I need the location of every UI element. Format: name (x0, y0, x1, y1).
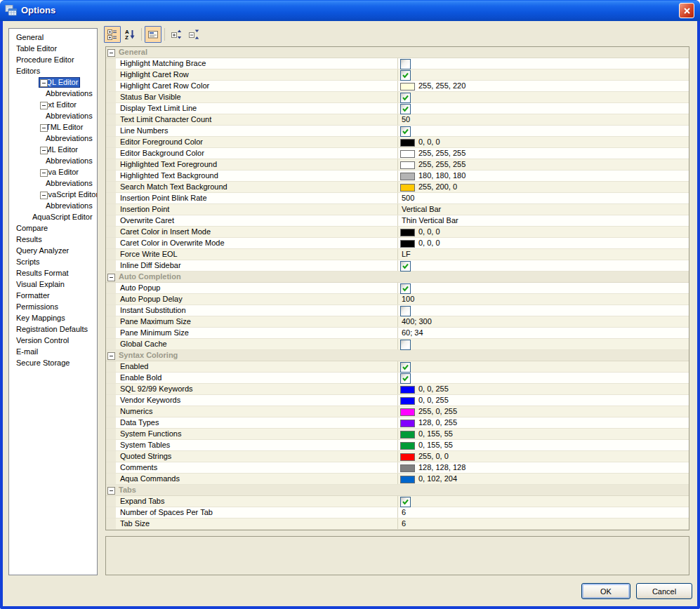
checkbox-unchecked[interactable] (400, 306, 411, 316)
color-swatch[interactable] (400, 173, 415, 180)
sidebar-item-visual-explain[interactable]: Visual Explain (9, 279, 97, 290)
sidebar-item-abbreviations[interactable]: Abbreviations (9, 200, 97, 211)
property-value[interactable]: 0, 155, 55 (397, 440, 689, 450)
property-value[interactable]: 255, 0, 0 (397, 451, 689, 462)
sidebar-item-editors[interactable]: Editors (9, 65, 97, 76)
expand-all-button[interactable] (168, 26, 185, 43)
property-value[interactable]: 255, 255, 255 (397, 159, 689, 170)
checkbox-checked[interactable] (400, 362, 411, 373)
sidebar-item-query-analyzer[interactable]: Query Analyzer (9, 245, 97, 256)
property-value[interactable]: 255, 255, 220 (397, 81, 689, 91)
property-value[interactable]: 0, 102, 204 (397, 474, 689, 484)
checkbox-unchecked[interactable] (400, 59, 411, 69)
section-header-syntax-coloring[interactable]: Syntax Coloring (106, 350, 689, 361)
sidebar-item-procedure-editor[interactable]: Procedure Editor (9, 54, 97, 65)
sidebar-item-table-editor[interactable]: Table Editor (9, 43, 97, 54)
property-value[interactable]: 6 (397, 507, 689, 518)
checkbox-checked[interactable] (400, 283, 411, 294)
color-swatch[interactable] (400, 397, 415, 405)
property-value[interactable] (397, 126, 689, 136)
color-swatch[interactable] (400, 442, 415, 450)
color-swatch[interactable] (400, 464, 415, 472)
collapse-all-button[interactable] (185, 26, 202, 43)
color-swatch[interactable] (400, 139, 415, 147)
property-value[interactable]: 128, 0, 255 (397, 417, 689, 428)
property-value[interactable]: Vertical Bar (397, 204, 689, 215)
sidebar-item-results[interactable]: Results (9, 234, 97, 245)
tree-collapse-icon[interactable] (40, 169, 48, 177)
color-swatch[interactable] (400, 83, 415, 91)
property-value[interactable]: 255, 200, 0 (397, 182, 689, 192)
sidebar-item-abbreviations[interactable]: Abbreviations (9, 155, 97, 166)
sidebar-item-abbreviations[interactable]: Abbreviations (9, 88, 97, 99)
checkbox-checked[interactable] (400, 93, 411, 103)
color-swatch[interactable] (400, 150, 415, 158)
sidebar-item-key-mappings[interactable]: Key Mappings (9, 312, 97, 323)
property-value[interactable]: 255, 255, 255 (397, 148, 689, 159)
property-value[interactable] (397, 92, 689, 102)
checkbox-unchecked[interactable] (400, 340, 411, 350)
sidebar-item-registration-defaults[interactable]: Registration Defaults (9, 323, 97, 335)
property-value[interactable]: Thin Vertical Bar (397, 215, 689, 226)
sidebar-item-compare[interactable]: Compare (9, 222, 97, 234)
color-swatch[interactable] (400, 184, 415, 192)
property-value[interactable] (397, 373, 689, 383)
sidebar-item-formatter[interactable]: Formatter (9, 290, 97, 301)
tree-collapse-icon[interactable] (40, 124, 48, 132)
property-value[interactable] (397, 496, 689, 507)
color-swatch[interactable] (400, 420, 415, 427)
property-value[interactable]: 400; 300 (397, 316, 689, 327)
checkbox-checked[interactable] (400, 104, 411, 114)
sidebar-item-general[interactable]: General (9, 32, 97, 43)
color-swatch[interactable] (400, 386, 415, 394)
tree-collapse-icon[interactable] (40, 192, 48, 199)
checkbox-checked[interactable] (400, 373, 411, 384)
sidebar-item-aquascript-editor[interactable]: AquaScript Editor (9, 211, 97, 222)
checkbox-checked[interactable] (400, 497, 411, 507)
tree-collapse-icon[interactable] (40, 147, 48, 154)
collapse-section-icon[interactable] (107, 49, 115, 57)
section-header-general[interactable]: General (106, 47, 689, 58)
property-value[interactable] (397, 305, 689, 316)
property-value[interactable]: 0, 0, 0 (397, 137, 689, 147)
property-value[interactable]: 0, 0, 255 (397, 384, 689, 394)
property-value[interactable] (397, 361, 689, 372)
close-button[interactable] (679, 3, 694, 18)
property-value[interactable] (397, 103, 689, 114)
property-value[interactable]: 128, 128, 128 (397, 462, 689, 473)
sidebar-item-xml-editor[interactable]: XML Editor (9, 144, 97, 155)
ok-button[interactable]: OK (581, 583, 630, 599)
collapse-section-icon[interactable] (107, 274, 115, 281)
collapse-section-icon[interactable] (107, 487, 115, 495)
show-description-button[interactable] (145, 26, 161, 43)
sidebar-item-text-editor[interactable]: Text Editor (9, 99, 97, 110)
property-value[interactable]: 0, 155, 55 (397, 429, 689, 439)
property-value[interactable]: 255, 0, 255 (397, 406, 689, 417)
tree-collapse-icon[interactable] (40, 102, 48, 109)
tree-collapse-icon[interactable] (40, 79, 48, 87)
property-value[interactable]: 0, 0, 0 (397, 238, 689, 248)
sort-alphabetical-button[interactable]: A Z (121, 26, 138, 43)
sidebar-item-javascript-editor[interactable]: JavaScript Editor (9, 189, 97, 200)
property-value[interactable]: 6 (397, 518, 689, 529)
sidebar-item-abbreviations[interactable]: Abbreviations (9, 133, 97, 144)
sidebar-item-scripts[interactable]: Scripts (9, 256, 97, 267)
categorized-view-button[interactable] (104, 26, 121, 43)
property-value[interactable]: 180, 180, 180 (397, 170, 689, 181)
sidebar-item-abbreviations[interactable]: Abbreviations (9, 110, 97, 121)
checkbox-checked[interactable] (400, 261, 411, 272)
sidebar-item-permissions[interactable]: Permissions (9, 301, 97, 312)
property-value[interactable]: 100 (397, 294, 689, 304)
color-swatch[interactable] (400, 240, 415, 248)
property-value[interactable]: 60; 34 (397, 328, 689, 338)
checkbox-checked[interactable] (400, 70, 411, 81)
sidebar-item-html-editor[interactable]: HTML Editor (9, 121, 97, 133)
property-value[interactable] (397, 69, 689, 80)
collapse-section-icon[interactable] (107, 352, 115, 360)
color-swatch[interactable] (400, 453, 415, 461)
checkbox-checked[interactable] (400, 126, 411, 137)
property-value[interactable] (397, 260, 689, 271)
sidebar-item-results-format[interactable]: Results Format (9, 267, 97, 279)
sidebar-item-java-editor[interactable]: Java Editor (9, 166, 97, 178)
property-value[interactable]: 50 (397, 114, 689, 125)
